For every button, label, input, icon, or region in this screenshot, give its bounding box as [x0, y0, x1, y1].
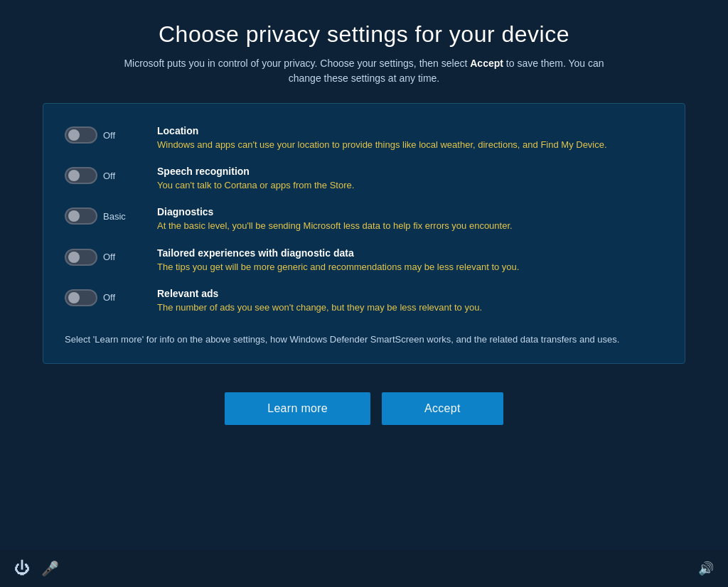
info-text: Select 'Learn more' for info on the abov…: [65, 330, 663, 347]
setting-row-location: Off Location Windows and apps can't use …: [65, 118, 663, 158]
setting-desc-ads: The number of ads you see won't change, …: [157, 301, 663, 314]
subtitle-text: Microsoft puts you in control of your pr…: [124, 58, 470, 69]
toggle-label-ads: Off: [103, 292, 130, 303]
setting-row-tailored: Off Tailored experiences with diagnostic…: [65, 240, 663, 281]
toggle-label-location: Off: [103, 130, 130, 141]
setting-title-tailored: Tailored experiences with diagnostic dat…: [157, 247, 663, 259]
volume-icon[interactable]: 🔊: [698, 561, 714, 576]
toggle-area-ads: Off: [65, 289, 143, 306]
subtitle-bold: Accept: [470, 58, 503, 69]
toggle-location[interactable]: [65, 126, 97, 144]
page-wrapper: Choose privacy settings for your device …: [0, 0, 728, 587]
setting-content-tailored: Tailored experiences with diagnostic dat…: [157, 247, 663, 274]
toggle-area-diagnostics: Basic: [65, 208, 143, 225]
microphone-icon[interactable]: 🎤: [41, 560, 59, 577]
setting-title-ads: Relevant ads: [157, 288, 663, 299]
toggle-area-speech: Off: [65, 167, 143, 184]
setting-row-diagnostics: Basic Diagnostics At the basic level, yo…: [65, 199, 663, 239]
toggle-ads[interactable]: [65, 289, 97, 306]
toggle-label-speech: Off: [103, 171, 130, 181]
page-title: Choose privacy settings for your device: [159, 21, 569, 48]
setting-title-speech: Speech recognition: [157, 166, 663, 177]
setting-content-location: Location Windows and apps can't use your…: [157, 125, 663, 151]
setting-content-speech: Speech recognition You can't talk to Cor…: [157, 166, 663, 192]
toggle-area-location: Off: [65, 126, 143, 144]
taskbar: ⏻ 🎤 🔊: [0, 550, 728, 587]
setting-title-diagnostics: Diagnostics: [157, 206, 663, 217]
setting-row-ads: Off Relevant ads The number of ads you s…: [65, 281, 663, 321]
buttons-row: Learn more Accept: [225, 392, 503, 425]
toggle-diagnostics[interactable]: [65, 208, 97, 225]
accept-button[interactable]: Accept: [382, 392, 503, 425]
taskbar-left: ⏻ 🎤: [14, 559, 59, 578]
toggle-label-diagnostics: Basic: [103, 211, 130, 222]
toggle-area-tailored: Off: [65, 249, 143, 266]
setting-desc-tailored: The tips you get will be more generic an…: [157, 261, 663, 274]
learn-more-button[interactable]: Learn more: [225, 392, 370, 425]
settings-panel: Off Location Windows and apps can't use …: [43, 103, 685, 364]
toggle-speech[interactable]: [65, 167, 97, 184]
setting-content-ads: Relevant ads The number of ads you see w…: [157, 288, 663, 314]
toggle-label-tailored: Off: [103, 252, 130, 262]
toggle-tailored[interactable]: [65, 249, 97, 266]
setting-title-location: Location: [157, 125, 663, 136]
page-subtitle: Microsoft puts you in control of your pr…: [115, 56, 613, 86]
setting-desc-location: Windows and apps can't use your location…: [157, 139, 663, 151]
setting-desc-diagnostics: At the basic level, you'll be sending Mi…: [157, 220, 663, 232]
power-icon[interactable]: ⏻: [14, 559, 30, 578]
setting-content-diagnostics: Diagnostics At the basic level, you'll b…: [157, 206, 663, 232]
setting-desc-speech: You can't talk to Cortana or apps from t…: [157, 179, 663, 192]
setting-row-speech: Off Speech recognition You can't talk to…: [65, 158, 663, 199]
